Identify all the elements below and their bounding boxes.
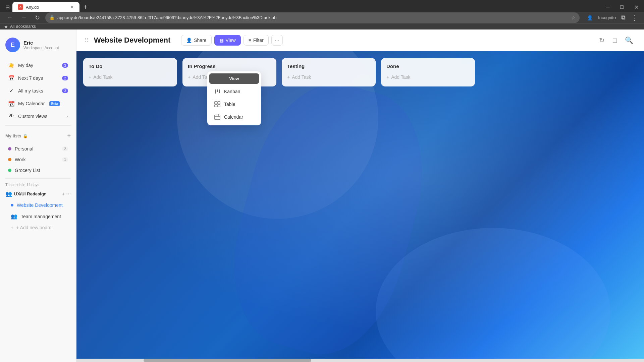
my-lists-section: My lists 🔒 + [0,128,76,143]
tab-favicon: A [18,4,23,10]
add-task-done-label: Add Task [391,74,410,80]
board-label-team: Team management [21,214,61,219]
workspace-add-btn[interactable]: + [62,191,65,197]
column-done-title: Done [386,63,470,69]
column-done: Done + Add Task [381,58,475,86]
lock-icon: 🔒 [49,15,55,20]
workspace-name: UX/UI Redesign [14,191,47,196]
refresh-icon-btn[interactable]: ↻ [596,35,607,46]
calendar-dropdown-icon [214,114,221,120]
calendar-beta-badge: Beta [49,101,60,106]
view-dropdown: View Kanban [207,71,261,125]
add-list-btn[interactable]: + [67,132,71,139]
list-item-grocery[interactable]: Grocery List [3,165,73,175]
board-title: Website Development [94,36,170,45]
sidebar-divider-2 [5,178,71,179]
grocery-dot [8,169,11,172]
active-tab[interactable]: A Any.do ✕ [12,2,79,12]
extensions-icon[interactable]: ⧉ [619,14,628,21]
add-task-progress-icon: + [188,74,191,80]
column-todo: To Do + Add Task [83,58,177,86]
drag-handle-icon: ⠿ [85,37,89,44]
new-tab-btn[interactable]: + [79,3,92,11]
kanban-icon [214,88,221,95]
view-option-kanban[interactable]: Kanban [209,85,259,98]
personal-label: Personal [15,146,33,152]
share-btn[interactable]: 👤 Share [181,35,211,46]
board-dot-website [11,204,13,206]
user-sub: Workspace Account [23,46,59,50]
header-right: ↻ □ 🔍 [596,35,636,46]
reload-btn[interactable]: ↻ [32,13,43,23]
add-task-testing-btn[interactable]: + Add Task [287,73,370,81]
work-label: Work [15,157,25,162]
all-tasks-icon: ✓ [8,87,15,94]
svg-rect-1 [217,89,218,92]
forward-btn[interactable]: → [18,13,30,22]
incognito-icon: 👤 [585,14,595,22]
sidebar: E Eric Workspace Account ☀️ My day 3 📅 N… [0,29,76,362]
calendar-icon: 📆 [8,100,15,107]
my-day-label: My day [18,63,33,68]
next-7-days-icon: 📅 [8,75,15,81]
columns-container: To Do + Add Task In Progress + Add Task [76,51,644,362]
svg-rect-5 [215,105,217,107]
view-dropdown-menu: View Kanban [207,71,261,125]
nav-item-calendar[interactable]: 📆 My Calendar Beta [3,98,73,110]
svg-rect-4 [218,102,220,104]
nav-item-next-7-days[interactable]: 📅 Next 7 days 2 [3,72,73,84]
url-bar[interactable]: 🔒 app.any.do/boards/e244158a-3728-4759-8… [45,12,580,23]
maximize-btn[interactable]: □ [615,2,629,12]
nav-item-all-tasks[interactable]: ✓ All my tasks 3 [3,85,73,97]
calendar-label: My Calendar [18,101,45,106]
svg-rect-7 [215,115,220,120]
view-btn[interactable]: ▦ View [214,35,241,46]
board-label-website: Website Development [17,202,63,208]
workspace-section: 👥 UX/UI Redesign + ⋯ [0,188,76,200]
add-board-btn[interactable]: + + Add new board [3,223,73,233]
svg-rect-3 [215,102,217,104]
view-label: View [226,38,236,43]
filter-btn[interactable]: ≡ Filter [244,35,269,46]
filter-label: Filter [253,38,264,43]
header-actions: 👤 Share ▦ View ≡ Filter ··· [181,35,282,46]
column-testing-title: Testing [287,63,370,69]
list-item-work[interactable]: Work 1 [3,155,73,165]
more-options-icon[interactable]: ⋮ [629,14,640,22]
board-item-website-dev[interactable]: Website Development [3,200,73,210]
add-task-done-btn[interactable]: + Add Task [386,73,470,81]
view-option-table[interactable]: Table [209,98,259,111]
back-btn[interactable]: ← [4,13,15,22]
tab-close-btn[interactable]: ✕ [70,4,74,10]
list-item-personal[interactable]: Personal 2 [3,144,73,154]
nav-item-my-day[interactable]: ☀️ My day 3 [3,59,73,71]
filter-icon: ≡ [249,38,251,43]
sidebar-divider-1 [5,125,71,126]
incognito-label: Incognito [596,14,618,21]
tab-title: Any.do [26,5,39,10]
user-section: E Eric Workspace Account [0,34,76,59]
board-item-team-mgmt[interactable]: 👥 Team management [3,211,73,222]
workspace-people-icon: 👥 [5,191,12,197]
search-icon-btn[interactable]: 🔍 [622,35,636,46]
user-info: Eric Workspace Account [23,40,59,50]
workspace-more-btn[interactable]: ⋯ [66,191,71,197]
column-todo-title: To Do [89,63,172,69]
add-task-testing-icon: + [287,74,290,80]
add-task-testing-label: Add Task [292,74,311,80]
more-btn[interactable]: ··· [271,35,283,46]
view-grid-icon: ▦ [219,38,224,43]
view-option-calendar[interactable]: Calendar [209,111,259,123]
add-board-icon: + [11,225,13,230]
minimize-btn[interactable]: ─ [600,2,615,12]
nav-item-custom-views[interactable]: 👁 Custom views › [3,110,73,122]
layout-icon-btn[interactable]: □ [610,35,620,46]
star-icon[interactable]: ☆ [571,15,576,20]
all-tasks-badge: 3 [62,88,68,93]
tab-list-btn[interactable]: ⊟ [3,4,12,10]
close-btn[interactable]: ✕ [629,2,644,12]
next-7-days-label: Next 7 days [18,75,43,81]
board-icon-team: 👥 [11,213,17,220]
main-content: ⠿ Website Development 👤 Share ▦ View ≡ F… [76,29,644,362]
add-task-todo-btn[interactable]: + Add Task [89,73,172,81]
